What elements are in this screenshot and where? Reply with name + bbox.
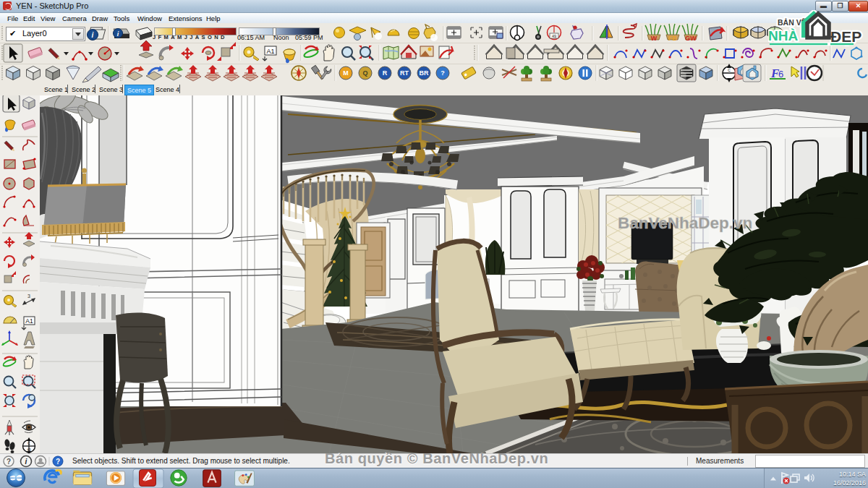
svg-text:6: 6 — [778, 69, 783, 80]
svg-text:GW: GW — [685, 35, 697, 42]
svg-text:M: M — [343, 69, 349, 77]
svg-text:FB: FB — [668, 35, 677, 42]
svg-text:BR: BR — [420, 69, 429, 77]
svg-text:i: i — [92, 31, 94, 39]
svg-text:R: R — [383, 69, 388, 77]
svg-text:C: C — [27, 441, 30, 445]
svg-text:C: C — [728, 68, 731, 72]
svg-text:?: ? — [56, 458, 60, 466]
svg-text:ĐẸP: ĐẸP — [830, 28, 861, 45]
svg-text:49: 49 — [552, 34, 556, 38]
svg-text:?: ? — [441, 69, 445, 77]
svg-text:?: ? — [7, 458, 11, 466]
svg-text:3: 3 — [27, 294, 30, 299]
svg-text:Q: Q — [362, 69, 367, 77]
svg-text:49: 49 — [27, 448, 31, 452]
svg-text:NHÀ: NHÀ — [768, 28, 798, 43]
svg-text:i: i — [25, 458, 27, 466]
svg-text:A1: A1 — [266, 48, 274, 55]
svg-text:A1: A1 — [25, 317, 33, 325]
svg-text:W: W — [651, 35, 658, 42]
svg-text:RT: RT — [400, 69, 409, 77]
svg-text:BanVeNhaDep.vn: BanVeNhaDep.vn — [618, 214, 752, 232]
